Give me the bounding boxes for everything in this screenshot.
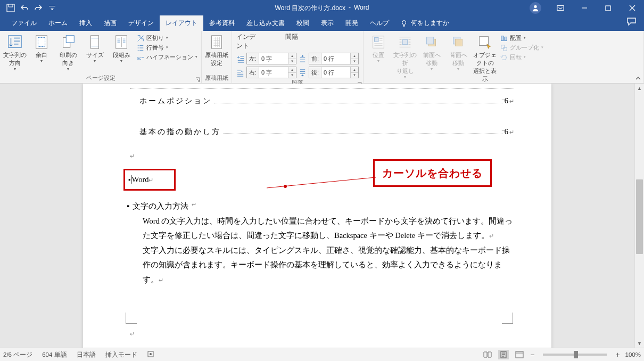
status-page[interactable]: 2/6 ページ xyxy=(3,351,32,359)
tell-me[interactable]: 何をしますか xyxy=(395,15,455,31)
tab-draw[interactable]: 描画 xyxy=(98,15,122,31)
tab-mailings[interactable]: 差し込み文書 xyxy=(241,15,291,31)
bring-forward-button[interactable]: 前面へ 移動▼ xyxy=(419,33,444,72)
chevron-down-icon: ▼ xyxy=(40,59,44,63)
tab-developer[interactable]: 開発 xyxy=(340,15,364,31)
svg-rect-23 xyxy=(427,37,434,44)
spinner-up-icon[interactable]: ▲ xyxy=(351,53,358,59)
ribbon: 文字列の 方向▼ 余白▼ 印刷の 向き▼ サイズ▼ 段組み▼ 区切り ▾ 行番号… xyxy=(0,31,644,84)
line-numbers-button[interactable]: 行番号 ▾ xyxy=(137,44,197,52)
return-mark-icon: ↵ xyxy=(192,199,196,214)
spinner-down-icon[interactable]: ▼ xyxy=(288,59,296,64)
tab-references[interactable]: 参考資料 xyxy=(203,15,241,31)
title-bar: Word 目次の作り方.docx - Word xyxy=(0,0,644,16)
slider-handle[interactable] xyxy=(574,351,578,358)
status-mode[interactable]: 挿入モード xyxy=(105,351,137,359)
qat-customize-icon[interactable] xyxy=(48,4,56,12)
zoom-out-button[interactable]: − xyxy=(530,350,534,359)
scroll-thumb[interactable] xyxy=(636,179,643,254)
word-window: Word 目次の作り方.docx - Word ファイル ホーム 挿入 描画 デ… xyxy=(0,0,644,361)
return-mark-icon: ↵ xyxy=(509,96,514,107)
svg-rect-27 xyxy=(501,36,503,40)
tab-design[interactable]: デザイン xyxy=(122,15,160,31)
tab-review[interactable]: 校閲 xyxy=(291,15,315,31)
columns-button[interactable]: 段組み▼ xyxy=(109,33,134,64)
rotate-button[interactable]: 回転 ▾ xyxy=(500,53,543,61)
svg-point-7 xyxy=(402,20,406,24)
macro-record-icon[interactable] xyxy=(147,350,154,359)
svg-rect-30 xyxy=(503,47,507,51)
collapse-ribbon-icon[interactable] xyxy=(634,75,642,82)
size-button[interactable]: サイズ▼ xyxy=(82,33,108,64)
print-layout-button[interactable] xyxy=(498,350,509,359)
tab-layout[interactable]: レイアウト xyxy=(160,15,203,31)
annotation-callout: カーソルを合わせる xyxy=(373,159,492,187)
close-button[interactable] xyxy=(620,0,644,16)
zoom-in-button[interactable]: + xyxy=(615,350,620,359)
redo-icon[interactable] xyxy=(34,4,43,12)
align-button[interactable]: 配置 ▾ xyxy=(500,34,543,42)
chevron-down-icon: ▼ xyxy=(13,67,17,71)
chevron-down-icon: ▾ xyxy=(524,36,526,40)
space-after-input[interactable]: 後:0 行▲▼ xyxy=(309,67,359,78)
maximize-button[interactable] xyxy=(596,0,620,16)
status-language[interactable]: 日本語 xyxy=(77,351,96,359)
selection-pane-button[interactable]: オブジェクトの 選択と表示 xyxy=(472,33,498,84)
scroll-up-icon[interactable]: ▲ xyxy=(635,84,644,93)
send-backward-button[interactable]: 背面へ 移動▼ xyxy=(445,33,471,72)
indent-right-input[interactable]: 右:0 字▲▼ xyxy=(246,67,296,78)
manuscript-settings-button[interactable]: 原稿用紙 設定 xyxy=(204,33,229,68)
position-button[interactable]: 位置▼ xyxy=(366,33,391,64)
autosave-icon[interactable] xyxy=(6,4,15,12)
group-button[interactable]: グループ化 ▾ xyxy=(500,44,543,52)
chevron-down-icon: ▼ xyxy=(403,75,407,79)
annotation-leader-line xyxy=(267,177,378,193)
tab-home[interactable]: ホーム xyxy=(43,15,73,31)
spinner-up-icon[interactable]: ▲ xyxy=(288,67,296,72)
group-page-setup: 文字列の 方向▼ 余白▼ 印刷の 向き▼ サイズ▼ 段組み▼ 区切り ▾ 行番号… xyxy=(0,31,202,83)
minimize-button[interactable] xyxy=(572,0,596,16)
spinner-up-icon[interactable]: ▲ xyxy=(288,53,296,59)
tab-file[interactable]: ファイル xyxy=(5,15,43,31)
dialog-launcher-icon[interactable] xyxy=(195,77,200,82)
toc-entry: 基本の指の動かし方 6↵ xyxy=(130,125,514,140)
spinner-down-icon[interactable]: ▼ xyxy=(351,72,358,78)
svg-line-31 xyxy=(267,177,376,188)
document-area: ホームポジション 6↵ 基本の指の動かし方 6↵ ↵ カーソルを合わせる ▪Wo… xyxy=(0,84,644,348)
scroll-down-icon[interactable]: ▼ xyxy=(635,339,644,348)
zoom-slider[interactable] xyxy=(543,354,607,356)
comments-icon[interactable] xyxy=(627,18,637,28)
space-before-input[interactable]: 前:0 行▲▼ xyxy=(309,53,359,64)
text-direction-button[interactable]: 文字列の 方向▼ xyxy=(2,33,28,72)
ribbon-display-button[interactable] xyxy=(548,0,572,16)
svg-text:bc: bc xyxy=(137,55,141,60)
hyphenation-button[interactable]: bcハイフネーション ▾ xyxy=(137,53,197,61)
tab-help[interactable]: ヘルプ xyxy=(364,15,395,31)
spinner-up-icon[interactable]: ▲ xyxy=(351,67,358,72)
spinner-down-icon[interactable]: ▼ xyxy=(351,59,358,64)
breaks-button[interactable]: 区切り ▾ xyxy=(137,34,197,42)
svg-rect-0 xyxy=(7,4,14,12)
tab-insert[interactable]: 挿入 xyxy=(73,15,98,31)
read-mode-button[interactable] xyxy=(482,350,493,359)
window-title: Word 目次の作り方.docx - Word xyxy=(275,4,369,13)
tab-view[interactable]: 表示 xyxy=(315,15,340,31)
spinner-down-icon[interactable]: ▼ xyxy=(288,72,296,78)
indent-left-input[interactable]: 左:0 字▲▼ xyxy=(246,53,296,64)
undo-icon[interactable] xyxy=(20,4,29,12)
web-layout-button[interactable] xyxy=(514,350,525,359)
account-button[interactable] xyxy=(524,0,548,16)
page[interactable]: ホームポジション 6↵ 基本の指の動かし方 6↵ ↵ カーソルを合わせる ▪Wo… xyxy=(83,84,551,348)
orientation-button[interactable]: 印刷の 向き▼ xyxy=(55,33,81,72)
zoom-level[interactable]: 100% xyxy=(625,351,641,358)
heading-text[interactable]: Word xyxy=(131,175,149,184)
chevron-down-icon: ▼ xyxy=(377,59,381,63)
wrap-text-button[interactable]: 文字列の折 り返し▼ xyxy=(392,33,418,80)
status-words[interactable]: 604 単語 xyxy=(42,351,67,359)
body-paragraph: Word の文字入力は、時間を入力したい位置に合わせて、キーボードから文字を決め… xyxy=(143,214,514,243)
margins-button[interactable]: 余白▼ xyxy=(29,33,54,64)
vertical-scrollbar[interactable]: ▲ ▼ xyxy=(634,84,644,348)
chevron-down-icon: ▼ xyxy=(457,67,460,71)
annotation-text: カーソルを合わせる xyxy=(373,159,492,187)
svg-rect-29 xyxy=(501,45,505,48)
